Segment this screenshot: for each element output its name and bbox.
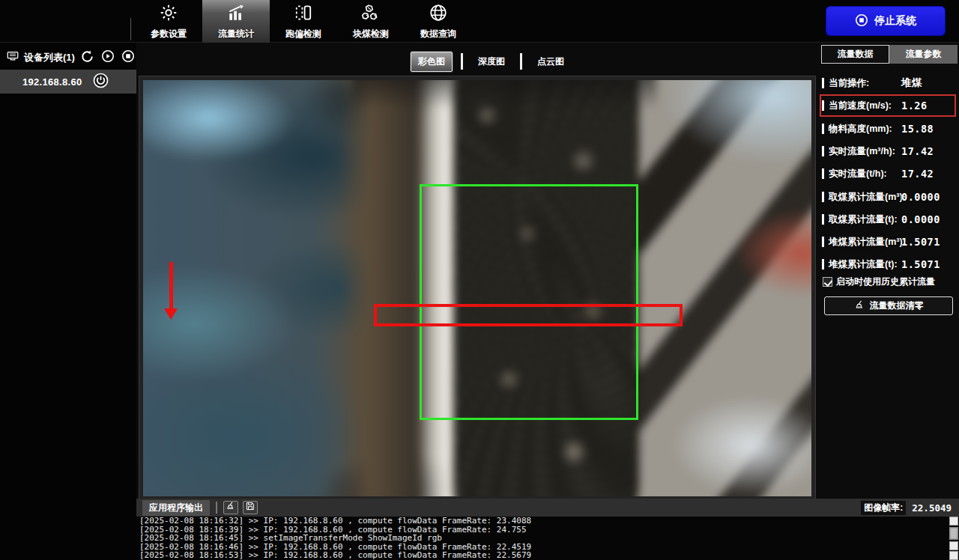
nav-label: 数据查询 [420,28,456,40]
row-marker [822,124,824,134]
app-window: 参数设置 流量统计 跑偏检测 块煤检测 数据查询 停止系统 [0,0,959,560]
row-material-height: 物料高度(mm):15.88 [822,121,957,137]
nav-item-deviation-detection[interactable]: 跑偏检测 [270,0,337,43]
refresh-button[interactable] [79,49,95,66]
row-current-speed: 当前速度(m/s):1.26 [822,97,957,114]
device-sidebar: 设备列表(1) 192.168.8.60 [0,43,136,560]
row-realtime-flow-m3: 实时流量(m³/h):17.42 [822,143,957,159]
nav-label: 参数设置 [151,28,187,40]
row-stack-total-t: 堆煤累计流量(t):1.5071 [822,256,957,273]
stop-system-label: 停止系统 [874,14,916,28]
log-scrollbar[interactable] [949,517,959,560]
row-label: 物料高度(mm): [829,123,892,136]
play-button[interactable] [100,49,115,66]
tab-separator [461,53,463,70]
roi-green-rect [420,184,638,420]
nav-item-flow-statistics[interactable]: 流量统计 [202,0,270,43]
row-marker [822,168,824,179]
tab-color-image[interactable]: 彩色图 [411,52,453,72]
row-realtime-flow-t: 实时流量(t/h):17.42 [822,165,957,182]
row-label: 取煤累计流量(m³): [829,191,906,204]
history-flow-checkbox[interactable] [823,277,832,287]
row-label: 实时流量(t/h): [829,168,887,180]
row-value: 0.0000 [901,213,940,225]
row-value: 17.42 [901,145,934,157]
play-circle-icon [101,49,115,66]
history-flow-checkbox-label: 启动时使用历史累计流量 [836,276,935,288]
scrollbar-thumb[interactable] [949,527,958,540]
row-value: 15.88 [901,123,934,135]
main-nav: 参数设置 流量统计 跑偏检测 块煤检测 数据查询 [135,0,472,43]
row-label: 取煤累计流量(t): [829,213,898,226]
row-value: 17.42 [901,168,934,180]
power-icon [93,73,109,91]
device-list-title: 设备列表(1) [24,51,75,64]
broom-icon [854,299,865,313]
log-line: [2025-02-08 18:16:32] >> IP: 192.168.8.6… [136,517,959,526]
nav-item-data-query[interactable]: 数据查询 [405,0,472,43]
flow-data-panel: 流量数据 流量参数 当前操作:堆煤 当前速度(m/s):1.26 物料高度(mm… [819,43,959,499]
device-ip: 192.168.8.60 [22,76,82,88]
history-flow-checkbox-row: 启动时使用历史累计流量 [823,276,935,288]
row-marker [822,78,824,88]
scene-region [639,80,811,496]
toolbar-divider [130,18,131,40]
stop-icon [855,13,868,29]
row-label: 堆煤累计流量(m³): [829,236,906,249]
scrollbar-up-button[interactable] [949,517,958,526]
row-marker [822,192,824,202]
clear-flow-data-label: 流量数据清零 [870,299,924,312]
tab-depth-image[interactable]: 深度图 [471,52,512,71]
direction-arrow [169,262,173,310]
row-label: 当前操作: [829,77,869,90]
resize-corner[interactable] [949,551,958,560]
nav-item-parameter-settings[interactable]: 参数设置 [135,0,202,43]
nav-label: 流量统计 [218,28,254,40]
frame-rate-readout: 图像帧率: 22.5049 [861,501,952,515]
coal-lump-icon [361,3,381,25]
clear-flow-data-button[interactable]: 流量数据清零 [824,296,953,315]
row-reclaim-total-m3: 取煤累计流量(m³):0.0000 [822,189,957,205]
stop-circle-icon [121,49,135,66]
row-value: 0.0000 [901,191,940,203]
row-value: 1.5071 [901,258,940,270]
row-marker [822,259,824,270]
row-current-operation: 当前操作:堆煤 [822,75,957,91]
gear-icon [159,3,178,25]
save-icon [245,501,255,514]
stop-button[interactable] [121,49,136,66]
nav-label: 跑偏检测 [285,28,321,40]
nav-item-coal-lump-detection[interactable]: 块煤检测 [337,0,405,43]
measure-red-rect [374,304,683,326]
belt-deviation-icon [294,3,313,25]
device-monitor-icon [6,49,19,66]
camera-image [143,80,811,496]
row-value: 1.5071 [901,236,940,248]
row-value: 堆煤 [901,76,922,90]
device-item[interactable]: 192.168.8.60 [0,70,136,94]
row-label: 当前速度(m/s): [829,100,892,112]
log-line: [2025-02-08 18:16:53] >> IP: 192.168.8.6… [136,551,959,560]
camera-view [139,76,815,500]
application-output-tab[interactable]: 应用程序输出 [142,500,210,516]
scene-region [353,80,656,109]
tab-flow-data[interactable]: 流量数据 [821,45,889,64]
row-reclaim-total-t: 取煤累计流量(t):0.0000 [822,211,957,228]
refresh-icon [80,49,94,67]
scrollbar-down-button[interactable] [949,541,958,550]
log-output[interactable]: [2025-02-08 18:16:32] >> IP: 192.168.8.6… [136,517,959,560]
device-power-button[interactable] [93,73,109,91]
device-list-header: 设备列表(1) [0,46,136,70]
clear-log-button[interactable] [223,501,238,514]
tab-separator [520,53,522,70]
direction-arrow-head [164,308,178,320]
tab-flow-parameters[interactable]: 流量参数 [889,45,958,64]
row-label: 堆煤累计流量(t): [829,258,898,271]
nav-label: 块煤检测 [353,28,389,40]
row-marker [822,237,824,247]
row-stack-total-m3: 堆煤累计流量(m³):1.5071 [822,234,957,250]
save-log-button[interactable] [243,501,258,514]
stop-system-button[interactable]: 停止系统 [826,6,946,36]
frame-rate-value: 22.5049 [912,502,952,514]
tab-pointcloud-image[interactable]: 点云图 [530,52,571,71]
